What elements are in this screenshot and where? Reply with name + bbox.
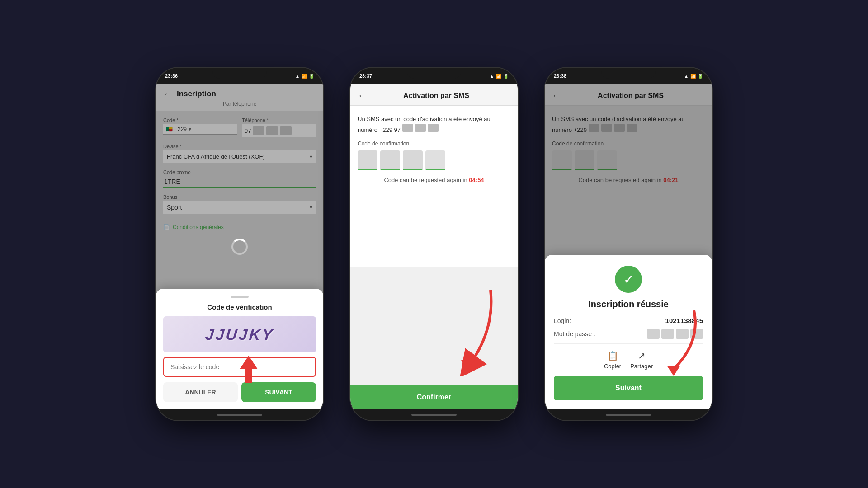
wifi-icon2: ▲ [490, 74, 494, 79]
sheet-title: Code de vérification [163, 303, 316, 311]
wifi-icon: ▲ [295, 74, 300, 79]
phone2-bottom [350, 409, 518, 420]
phone3-status-bar: 23:38 ▲ 📶 🔋 [545, 68, 712, 84]
phone-3: 23:38 ▲ 📶 🔋 ← Activation par SMS Un SMS … [545, 68, 712, 420]
wifi-icon3: ▲ [684, 74, 689, 79]
battery-icon3: 🔋 [698, 74, 703, 79]
password-label: Mot de passe : [554, 330, 595, 338]
share-label: Partager [630, 363, 653, 370]
phone2-status-icons: ▲ 📶 🔋 [490, 74, 509, 79]
code-box-2[interactable] [380, 150, 400, 170]
checkmark-icon: ✓ [623, 272, 634, 287]
code-box-3[interactable] [403, 150, 423, 170]
sms-body: Un SMS avec un code d'activation a été e… [350, 106, 518, 267]
svg-marker-3 [667, 366, 680, 376]
sms-code-boxes [358, 150, 510, 170]
confirmer-button[interactable]: Confirmer [350, 385, 518, 409]
signal-icon: 📶 [302, 74, 307, 79]
home-indicator [217, 414, 262, 416]
phone2-time: 23:37 [359, 73, 372, 79]
sms-phone-blocks [402, 124, 439, 132]
phone2-status-bar: 23:37 ▲ 📶 🔋 [350, 68, 518, 84]
notch [212, 68, 267, 79]
confirm-label: Code de confirmation [358, 141, 510, 147]
svg-marker-2 [461, 360, 475, 369]
sheet-handle [231, 296, 249, 298]
phone1-bottom [156, 409, 323, 420]
phone-2: 23:37 ▲ 📶 🔋 ← Activation par SMS Un SMS … [350, 68, 518, 420]
verification-sheet: Code de vérification JJUJKY ANNULER SUIV… [156, 289, 323, 409]
timer-text: Code can be requested again in [384, 177, 467, 183]
annuler-button[interactable]: ANNULER [163, 382, 238, 402]
copy-button[interactable]: 📋 Copier [604, 350, 621, 370]
phone-1: 23:36 ▲ 📶 🔋 ← Inscription Par téléphone … [156, 68, 323, 420]
phone1-time: 23:36 [165, 73, 178, 79]
phone1-status-bar: 23:36 ▲ 📶 🔋 [156, 68, 323, 84]
captcha-image: JJUJKY [163, 316, 316, 352]
sms-header: ← Activation par SMS [350, 84, 518, 106]
code-box-1[interactable] [358, 150, 377, 170]
signal-icon2: 📶 [496, 74, 501, 79]
suivant-button[interactable]: SUIVANT [241, 382, 316, 402]
notch3 [601, 68, 656, 79]
home-indicator3 [606, 414, 651, 416]
copy-icon: 📋 [607, 350, 618, 361]
phone3-status-icons: ▲ 📶 🔋 [684, 74, 703, 79]
phone3-time: 23:38 [554, 73, 566, 79]
phone1-screen: ← Inscription Par téléphone Code * 🇧🇯 +2… [156, 84, 323, 409]
login-label: Login: [554, 317, 571, 324]
success-sheet: ✓ Inscription réussie Login: 1021138845 … [545, 255, 712, 409]
battery-icon: 🔋 [309, 74, 314, 79]
battery-icon2: 🔋 [503, 74, 509, 79]
sms-title: Activation par SMS [377, 92, 496, 100]
copy-label: Copier [604, 363, 621, 370]
home-indicator2 [411, 414, 457, 416]
sms-timer: Code can be requested again in 04:54 [358, 177, 510, 183]
red-arrow-phone3 [662, 306, 703, 380]
signal-icon3: 📶 [690, 74, 696, 79]
success-icon-circle: ✓ [615, 266, 642, 293]
red-arrow-p1 [235, 351, 262, 385]
svg-marker-0 [240, 356, 258, 383]
phone3-bottom [545, 409, 712, 420]
phone1-status-icons: ▲ 📶 🔋 [295, 74, 314, 79]
red-arrow-phone2 [454, 286, 500, 378]
timer-value: 04:54 [469, 177, 484, 183]
code-box-4[interactable] [425, 150, 445, 170]
phone2-screen: ← Activation par SMS Un SMS avec un code… [350, 84, 518, 409]
share-icon: ↗ [638, 350, 646, 361]
phone3-screen: ← Activation par SMS Un SMS avec un code… [545, 84, 712, 409]
loading-spinner [231, 239, 248, 255]
sheet-buttons: ANNULER SUIVANT [163, 382, 316, 402]
sms-info-text: Un SMS avec un code d'activation a été e… [358, 115, 510, 134]
captcha-text: JJUJKY [204, 326, 275, 343]
back-arrow-icon2[interactable]: ← [358, 90, 367, 101]
notch2 [407, 68, 461, 79]
share-button[interactable]: ↗ Partager [630, 350, 653, 370]
